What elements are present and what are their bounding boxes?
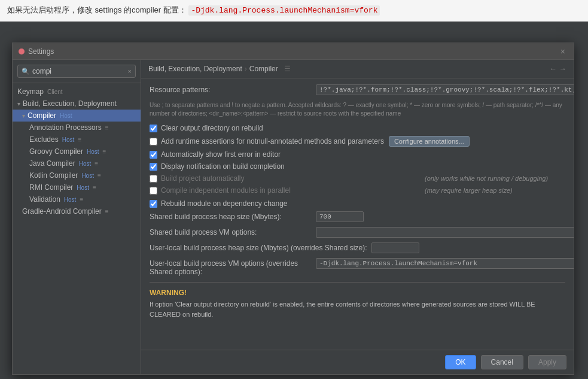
resource-input-group: ⤢ [316, 84, 574, 95]
shared-heap-row: Shared build process heap size (Mbytes): [150, 211, 565, 222]
annotation-label: Annotation Processors [29, 123, 102, 132]
groovy-label: Groovy Compiler [29, 147, 83, 156]
content-panel: Build, Execution, Deployment › Compiler … [141, 60, 574, 374]
compile-parallel-checkbox[interactable] [150, 187, 157, 195]
ok-button[interactable]: OK [445, 355, 476, 369]
user-heap-input[interactable] [371, 242, 419, 253]
search-container: 🔍 × [13, 60, 141, 83]
status-bar: Djdk不应该被识别解决 [0, 375, 588, 379]
resource-patterns-input[interactable] [316, 84, 574, 95]
keymap-badge: Client [47, 89, 63, 95]
sidebar-item-compiler[interactable]: ▾ Compiler Host [13, 110, 141, 122]
shared-heap-input[interactable] [316, 211, 364, 222]
compiler-badge: Host [60, 113, 72, 119]
annotation-badge: ≡ [105, 125, 109, 131]
user-vm-input[interactable] [316, 258, 574, 269]
rmi-badge: Host [77, 184, 89, 191]
compiler-label: Compiler [28, 111, 56, 120]
sidebar-item-gradle-android[interactable]: Gradle-Android Compiler ≡ [13, 205, 141, 217]
shared-vm-input-group: ⤢ [316, 227, 574, 238]
sidebar-item-excludes[interactable]: Excludes Host ≡ [13, 134, 141, 145]
sidebar-item-annotation[interactable]: Annotation Processors ≡ [13, 122, 141, 134]
shared-vm-row: Shared build process VM options: ⤢ [150, 227, 565, 238]
content-body: Resource patterns: ⤢ Use ; to separate p… [141, 78, 574, 350]
configure-annotations-button[interactable]: Configure annotations... [389, 136, 470, 147]
dialog-body: 🔍 × Keymap Client ▾ Build, Execution, De… [13, 60, 574, 374]
gradle-badge: ≡ [105, 208, 109, 215]
sidebar: 🔍 × Keymap Client ▾ Build, Execution, De… [13, 60, 141, 374]
search-clear-icon[interactable]: × [128, 68, 132, 75]
sidebar-item-java[interactable]: Java Compiler Host ≡ [13, 157, 141, 169]
apply-button[interactable]: Apply [528, 355, 566, 369]
checkbox-clear-output: Clear output directory on rebuild [150, 124, 565, 132]
user-vm-label: User-local build process VM options (ove… [150, 258, 311, 276]
title-dot [19, 48, 25, 54]
gradle-label: Gradle-Android Compiler [22, 207, 102, 216]
search-wrapper: 🔍 × [17, 65, 136, 78]
settings-menu-icon[interactable]: ☰ [284, 65, 291, 73]
resource-patterns-row: Resource patterns: ⤢ [150, 84, 565, 95]
banner-text: 如果无法启动程序，修改 settings 的compiler 配置： [7, 5, 187, 14]
content-header: Build, Execution, Deployment › Compiler … [141, 60, 574, 78]
rebuild-dependency-checkbox[interactable] [150, 200, 157, 208]
clear-output-checkbox[interactable] [150, 125, 157, 132]
resource-hint-text: Use ; to separate patterns and ! to nega… [150, 100, 565, 119]
settings-dialog: Settings × 🔍 × Keymap Client [12, 43, 574, 375]
compile-parallel-checkbox-row: Compile independent modules in parallel [150, 186, 425, 195]
validation-badge: Host [64, 196, 77, 203]
excludes-badge2: ≡ [78, 137, 81, 143]
shared-vm-input[interactable] [316, 227, 574, 238]
sidebar-item-rmi[interactable]: RMI Compiler Host ≡ [13, 181, 141, 193]
java-badge: Host [79, 160, 92, 167]
kotlin-badge2: ≡ [98, 172, 101, 179]
breadcrumb-part2: Compiler [249, 65, 278, 73]
excludes-label: Excludes [29, 135, 59, 144]
build-auto-note: (only works while not running / debuggin… [425, 175, 548, 182]
java-badge2: ≡ [95, 160, 98, 167]
rmi-badge2: ≡ [93, 184, 96, 191]
dialog-title-text: Settings [28, 47, 54, 56]
search-input[interactable] [32, 67, 126, 75]
build-auto-label: Build project automatically [161, 174, 244, 183]
sidebar-item-validation[interactable]: Validation Host ≡ [13, 193, 141, 205]
runtime-assertions-row: Add runtime assertions for notnull-annot… [150, 136, 565, 147]
close-button[interactable]: × [558, 47, 568, 56]
groovy-badge: Host [87, 148, 99, 155]
build-auto-row: Build project automatically (only works … [150, 174, 565, 183]
build-exec-label: Build, Execution, Deployment [23, 99, 117, 108]
dialog-title: Settings [19, 47, 54, 56]
display-notification-checkbox[interactable] [150, 163, 157, 171]
sidebar-item-kotlin[interactable]: Kotlin Compiler Host ≡ [13, 169, 141, 181]
nav-arrows: ← → [550, 65, 566, 73]
shared-heap-label: Shared build process heap size (Mbytes): [150, 211, 311, 221]
search-icon: 🔍 [22, 68, 30, 75]
breadcrumb-sep: › [245, 65, 247, 73]
sidebar-item-groovy[interactable]: Groovy Compiler Host ≡ [13, 145, 141, 157]
user-heap-row: User-local build process heap size (Mbyt… [150, 242, 565, 253]
runtime-assertions-checkbox[interactable] [150, 138, 157, 145]
build-arrow-icon: ▾ [17, 101, 20, 107]
warning-title: WARNING! [150, 289, 565, 297]
warning-section: WARNING! If option 'Clear output directo… [150, 282, 565, 319]
compile-parallel-label: Compile independent modules in parallel [161, 186, 291, 195]
sidebar-item-keymap[interactable]: Keymap Client [13, 86, 141, 98]
user-vm-input-group: ⤢ [316, 258, 574, 269]
dialog-titlebar: Settings × [13, 43, 574, 60]
kotlin-badge: Host [81, 172, 94, 179]
display-notification-row: Display notification on build completion [150, 162, 565, 171]
back-arrow-icon[interactable]: ← [550, 65, 557, 73]
auto-show-error-label: Automatically show first error in editor [161, 150, 281, 159]
compiler-arrow-icon: ▾ [22, 113, 25, 119]
auto-show-error-checkbox[interactable] [150, 151, 157, 159]
runtime-assertions-checkbox-row: Add runtime assertions for notnull-annot… [150, 137, 384, 145]
sidebar-item-build-exec[interactable]: ▾ Build, Execution, Deployment [13, 98, 141, 110]
rmi-label: RMI Compiler [29, 183, 73, 192]
validation-badge2: ≡ [80, 196, 83, 203]
build-auto-checkbox[interactable] [150, 175, 157, 183]
validation-label: Validation [29, 195, 60, 204]
cancel-button[interactable]: Cancel [481, 355, 523, 369]
user-vm-row: User-local build process VM options (ove… [150, 258, 565, 276]
top-banner: 如果无法启动程序，修改 settings 的compiler 配置： -Djdk… [0, 0, 588, 22]
kotlin-label: Kotlin Compiler [29, 171, 78, 180]
forward-arrow-icon[interactable]: → [559, 65, 566, 73]
